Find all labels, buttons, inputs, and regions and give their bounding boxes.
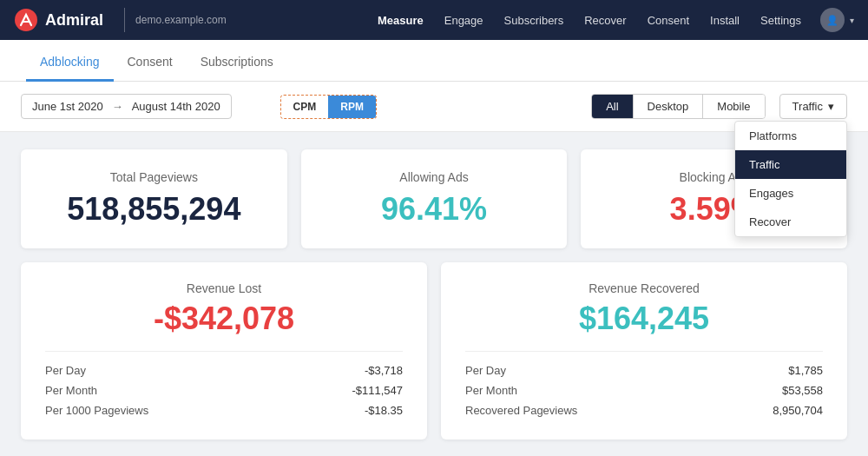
rev-rec-label-1: Per Month — [465, 384, 517, 397]
rev-lost-val-0: -$3,718 — [365, 364, 403, 377]
nav-site: demo.example.com — [135, 14, 227, 26]
nav-recover[interactable]: Recover — [575, 9, 635, 32]
rev-lost-label-2: Per 1000 Pageviews — [45, 404, 148, 417]
nav-consent[interactable]: Consent — [639, 9, 698, 32]
revenue-row: Revenue Lost -$342,078 Per Day -$3,718 P… — [21, 262, 847, 439]
nav-links: Measure Engage Subscribers Recover Conse… — [369, 8, 854, 32]
navbar: Admiral demo.example.com Measure Engage … — [0, 0, 868, 40]
revenue-recovered-title: Revenue Recovered — [465, 281, 823, 295]
traffic-dropdown-menu: Platforms Traffic Engages Recover — [734, 121, 847, 237]
revenue-recovered-value: $164,245 — [465, 301, 823, 337]
nav-install[interactable]: Install — [701, 9, 748, 32]
nav-settings[interactable]: Settings — [752, 9, 810, 32]
rev-rec-val-2: 8,950,704 — [773, 404, 823, 417]
revenue-lost-divider — [45, 351, 403, 352]
traffic-chevron-icon: ▾ — [828, 100, 834, 113]
rev-rec-row-1: Per Month $53,558 — [465, 380, 823, 400]
rev-lost-row-1: Per Month -$111,547 — [45, 380, 403, 400]
cpm-rpm-toggle: CPM RPM — [280, 95, 377, 119]
stat-card-allowing: Allowing Ads 96.41% — [301, 149, 568, 248]
device-mobile-button[interactable]: Mobile — [703, 95, 764, 118]
rpm-button[interactable]: RPM — [328, 96, 376, 118]
rev-rec-row-0: Per Day $1,785 — [465, 360, 823, 380]
rev-lost-val-2: -$18.35 — [365, 404, 403, 417]
stat-label-pageviews: Total Pageviews — [45, 170, 263, 184]
traffic-dropdown: Traffic ▾ Platforms Traffic Engages Reco… — [779, 94, 847, 119]
date-from: June 1st 2020 — [32, 100, 103, 113]
dropdown-platforms[interactable]: Platforms — [735, 122, 846, 150]
rev-rec-val-0: $1,785 — [788, 364, 823, 377]
revenue-lost-value: -$342,078 — [45, 301, 403, 337]
rev-lost-label-1: Per Month — [45, 384, 97, 397]
svg-point-0 — [15, 9, 37, 31]
device-group: All Desktop Mobile — [591, 94, 765, 119]
rev-lost-label-0: Per Day — [45, 364, 86, 377]
stats-row: Total Pageviews 518,855,294 Allowing Ads… — [21, 149, 847, 248]
revenue-lost-title: Revenue Lost — [45, 281, 403, 295]
stat-card-pageviews: Total Pageviews 518,855,294 — [21, 149, 287, 248]
nav-measure[interactable]: Measure — [369, 9, 432, 32]
tabs-bar: Adblocking Consent Subscriptions — [0, 40, 868, 82]
controls-bar: June 1st 2020 → August 14th 2020 CPM RPM… — [0, 82, 868, 132]
traffic-dropdown-button[interactable]: Traffic ▾ — [779, 94, 847, 119]
revenue-recovered-divider — [465, 351, 823, 352]
traffic-label: Traffic — [792, 100, 823, 113]
nav-divider — [124, 8, 125, 32]
revenue-recovered-card: Revenue Recovered $164,245 Per Day $1,78… — [441, 262, 847, 439]
revenue-lost-card: Revenue Lost -$342,078 Per Day -$3,718 P… — [21, 262, 427, 439]
tab-subscriptions[interactable]: Subscriptions — [187, 44, 287, 82]
date-arrow-icon: → — [112, 100, 123, 113]
tab-adblocking[interactable]: Adblocking — [26, 44, 114, 82]
stat-label-allowing: Allowing Ads — [326, 170, 543, 184]
cpm-button[interactable]: CPM — [281, 96, 329, 118]
stat-value-pageviews: 518,855,294 — [45, 191, 263, 228]
date-range-picker[interactable]: June 1st 2020 → August 14th 2020 — [21, 94, 232, 119]
stat-value-allowing: 96.41% — [326, 191, 543, 228]
nav-chevron-icon: ▾ — [850, 16, 854, 25]
dropdown-recover[interactable]: Recover — [735, 208, 846, 236]
logo-icon — [14, 8, 38, 32]
tab-consent[interactable]: Consent — [114, 44, 187, 82]
rev-lost-val-1: -$111,547 — [352, 384, 403, 397]
rev-lost-row-2: Per 1000 Pageviews -$18.35 — [45, 400, 403, 420]
device-all-button[interactable]: All — [592, 95, 633, 118]
nav-subscribers[interactable]: Subscribers — [496, 9, 573, 32]
rev-lost-row-0: Per Day -$3,718 — [45, 360, 403, 380]
rev-rec-val-1: $53,558 — [782, 384, 823, 397]
date-to: August 14th 2020 — [132, 100, 220, 113]
dropdown-engages[interactable]: Engages — [735, 179, 846, 208]
dropdown-traffic[interactable]: Traffic — [735, 150, 846, 179]
rev-rec-label-0: Per Day — [465, 364, 506, 377]
nav-engage[interactable]: Engage — [436, 9, 492, 32]
rev-rec-label-2: Recovered Pageviews — [465, 404, 577, 417]
device-desktop-button[interactable]: Desktop — [634, 95, 704, 118]
logo-text: Admiral — [45, 11, 103, 30]
rev-rec-row-2: Recovered Pageviews 8,950,704 — [465, 400, 823, 420]
logo[interactable]: Admiral — [14, 8, 103, 32]
nav-avatar[interactable]: 👤 — [820, 8, 845, 32]
